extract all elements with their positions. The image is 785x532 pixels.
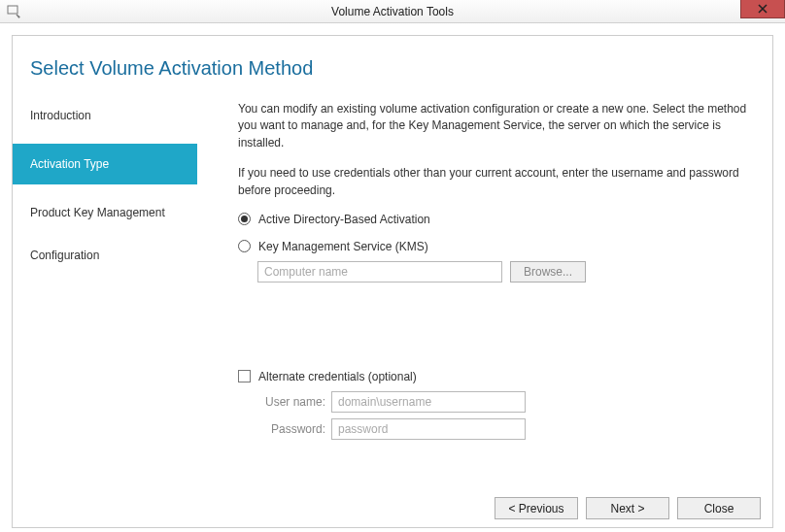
window-title: Volume Activation Tools: [0, 5, 785, 18]
credentials-paragraph: If you need to use credentials other tha…: [238, 165, 749, 199]
close-button[interactable]: Close: [677, 497, 761, 519]
computer-name-input[interactable]: [257, 261, 502, 283]
username-label: User name:: [257, 395, 325, 409]
svg-rect-0: [8, 6, 17, 14]
sidebar-item-activation-type[interactable]: Activation Type: [13, 144, 197, 184]
radio-adba-indicator: [238, 213, 251, 225]
intro-paragraph: You can modify an existing volume activa…: [238, 101, 749, 151]
sidebar-item-configuration[interactable]: Configuration: [13, 241, 197, 270]
username-input[interactable]: [331, 391, 526, 413]
app-icon: [6, 4, 21, 19]
alternate-credentials-label: Alternate credentials (optional): [258, 370, 417, 383]
radio-kms[interactable]: Key Management Service (KMS): [238, 240, 749, 253]
radio-adba[interactable]: Active Directory-Based Activation: [238, 213, 749, 226]
wizard-footer: < Previous Next > Close: [495, 497, 761, 519]
radio-kms-label: Key Management Service (KMS): [258, 240, 428, 253]
titlebar: Volume Activation Tools: [0, 0, 785, 23]
radio-adba-label: Active Directory-Based Activation: [258, 213, 430, 226]
previous-button[interactable]: < Previous: [495, 497, 578, 519]
alternate-credentials-checkbox[interactable]: Alternate credentials (optional): [238, 370, 749, 383]
main-panel: You can modify an existing volume activa…: [197, 101, 772, 446]
page-title: Select Volume Activation Method: [13, 36, 772, 80]
next-button[interactable]: Next >: [586, 497, 669, 519]
password-label: Password:: [257, 422, 325, 436]
checkbox-indicator: [238, 370, 251, 382]
browse-button[interactable]: Browse...: [510, 261, 586, 283]
sidebar-item-introduction[interactable]: Introduction: [13, 101, 197, 130]
password-input[interactable]: [331, 418, 526, 440]
wizard-body: Select Volume Activation Method Introduc…: [12, 35, 773, 528]
window-close-button[interactable]: [740, 0, 785, 18]
radio-kms-indicator: [238, 240, 251, 252]
wizard-sidebar: Introduction Activation Type Product Key…: [13, 101, 197, 446]
svg-point-1: [18, 16, 20, 17]
sidebar-item-product-key-management[interactable]: Product Key Management: [13, 198, 197, 227]
